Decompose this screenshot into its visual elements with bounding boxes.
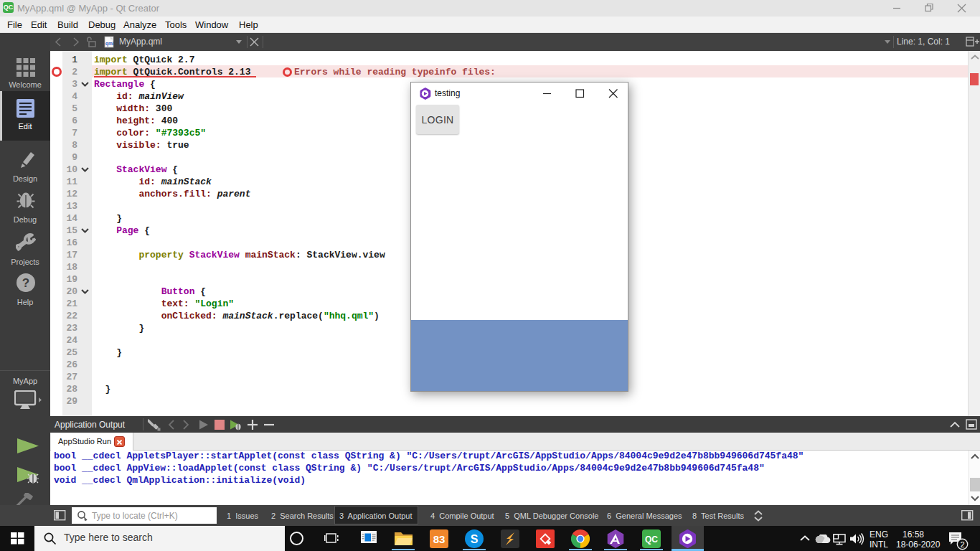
svg-text:83: 83 (433, 533, 446, 545)
svg-text:2: 2 (960, 540, 964, 549)
svg-text:qml: qml (105, 41, 114, 47)
svg-text:S: S (471, 533, 479, 545)
svg-text:?: ? (22, 276, 29, 290)
svg-text:QC: QC (645, 534, 658, 545)
